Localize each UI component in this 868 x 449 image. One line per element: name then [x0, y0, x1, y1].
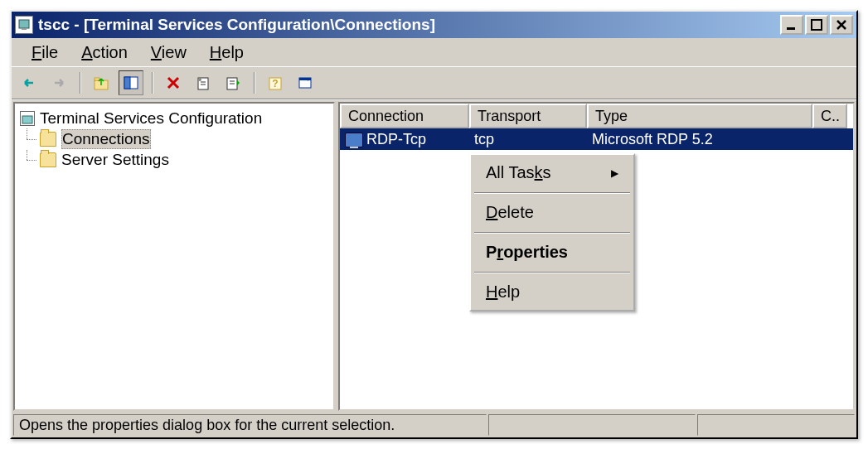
config-icon	[20, 111, 35, 126]
svg-rect-2	[787, 27, 795, 30]
toolbar: ?	[12, 66, 856, 99]
list-panel: Connection Transport Type C.. RDP-Tcp tc…	[338, 102, 855, 411]
folder-icon	[40, 132, 56, 147]
menubar: File Action View Help	[12, 38, 856, 66]
titlebar: tscc - [Terminal Services Configuration\…	[12, 12, 856, 38]
toolbar-separator	[254, 72, 255, 94]
app-icon[interactable]	[15, 16, 33, 34]
svg-rect-7	[95, 78, 99, 80]
cell-connection: RDP-Tcp	[340, 131, 469, 148]
svg-text:?: ?	[272, 78, 278, 89]
properties-button[interactable]	[191, 70, 216, 95]
status-text: Opens the properties dialog box for the …	[13, 414, 487, 436]
column-header-type[interactable]: Type	[587, 104, 812, 128]
svg-rect-23	[22, 116, 32, 123]
ctx-all-tasks[interactable]: All Tasks▶	[471, 155, 633, 191]
list-body: RDP-Tcp tcp Microsoft RDP 5.2 All Tasks▶…	[340, 128, 853, 409]
ctx-help[interactable]: Help	[471, 274, 633, 310]
tree-root-label: Terminal Services Configuration	[40, 109, 262, 128]
menu-help[interactable]: Help	[198, 40, 255, 65]
forward-button[interactable]	[46, 70, 71, 95]
help-button[interactable]: ?	[263, 70, 288, 95]
status-pane-2	[488, 414, 696, 436]
menu-file[interactable]: File	[20, 40, 70, 65]
list-header: Connection Transport Type C..	[340, 104, 853, 128]
up-folder-button[interactable]	[89, 70, 114, 95]
svg-point-13	[198, 78, 201, 81]
context-menu: All Tasks▶ Delete Properties Help	[469, 153, 635, 311]
tree-node-server-settings[interactable]: Server Settings	[18, 150, 330, 170]
svg-rect-9	[124, 77, 130, 89]
tree-root-node[interactable]: Terminal Services Configuration	[18, 109, 330, 128]
tree-node-connections[interactable]: Connections	[18, 128, 330, 150]
cell-type: Microsoft RDP 5.2	[587, 131, 812, 148]
export-list-button[interactable]	[221, 70, 245, 95]
window-title: tscc - [Terminal Services Configuration\…	[38, 16, 778, 34]
list-row-rdp-tcp[interactable]: RDP-Tcp tcp Microsoft RDP 5.2	[340, 128, 853, 150]
menu-separator	[474, 192, 630, 193]
status-pane-3	[697, 414, 855, 436]
back-button[interactable]	[17, 70, 41, 95]
tree-connections-label: Connections	[61, 129, 151, 149]
close-button[interactable]	[830, 15, 853, 35]
ctx-delete[interactable]: Delete	[471, 195, 633, 230]
tree-server-settings-label: Server Settings	[61, 151, 169, 169]
app-window: tscc - [Terminal Services Configuration\…	[10, 10, 858, 439]
ctx-properties[interactable]: Properties	[471, 234, 633, 270]
folder-icon	[40, 152, 56, 167]
svg-rect-1	[22, 28, 27, 30]
column-header-comment[interactable]: C..	[812, 104, 847, 128]
menu-view[interactable]: View	[139, 40, 198, 65]
column-header-connection[interactable]: Connection	[340, 104, 469, 128]
menu-separator	[474, 232, 630, 233]
svg-rect-3	[812, 20, 822, 30]
menu-separator	[474, 272, 630, 273]
new-connection-button[interactable]	[293, 70, 318, 95]
tree-panel: Terminal Services Configuration Connecti…	[13, 102, 335, 411]
toolbar-separator	[80, 72, 80, 94]
submenu-arrow-icon: ▶	[611, 167, 618, 179]
delete-button[interactable]	[161, 70, 186, 95]
minimize-button[interactable]	[780, 15, 803, 35]
toggle-console-button[interactable]	[119, 70, 143, 95]
maximize-button[interactable]	[805, 15, 828, 35]
column-header-transport[interactable]: Transport	[469, 104, 587, 128]
svg-rect-0	[19, 20, 29, 28]
content-area: Terminal Services Configuration Connecti…	[12, 99, 856, 413]
statusbar: Opens the properties dialog box for the …	[12, 413, 856, 437]
computer-icon	[345, 133, 363, 147]
menu-action[interactable]: Action	[70, 40, 139, 65]
toolbar-separator	[152, 72, 153, 94]
cell-transport: tcp	[469, 131, 587, 148]
